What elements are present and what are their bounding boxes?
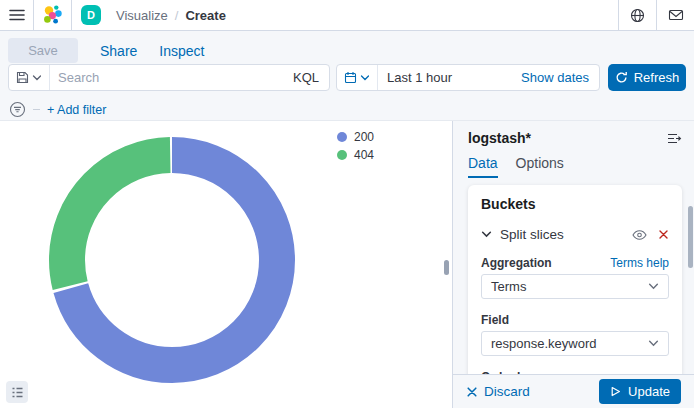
chevron-down-icon	[32, 73, 42, 83]
breadcrumb: Visualize / Create	[110, 0, 226, 30]
terms-help-link[interactable]: Terms help	[610, 256, 669, 270]
close-icon	[466, 386, 478, 398]
panel-scroll-region: logstash* Data Options Buckets S	[453, 121, 694, 374]
refresh-icon	[615, 71, 628, 84]
split-slices-actions	[632, 229, 669, 241]
top-nav: D Visualize / Create	[0, 0, 694, 31]
legend-item-200[interactable]: 200	[337, 130, 374, 144]
split-slices-row[interactable]: Split slices	[481, 227, 669, 242]
aggregation-value: Terms	[491, 279, 526, 294]
field-label-row: Field	[481, 313, 669, 327]
space-badge[interactable]: D	[81, 5, 101, 25]
chevron-down-icon[interactable]	[481, 229, 492, 240]
chevron-down-icon	[648, 281, 659, 292]
field-label: Field	[481, 313, 509, 327]
elastic-logo[interactable]	[34, 0, 71, 30]
chevron-down-icon	[648, 338, 659, 349]
field-select[interactable]: response.keyword	[481, 331, 669, 356]
chart-area: 200404	[0, 121, 452, 408]
panel-resize-handle[interactable]	[444, 260, 449, 275]
share-button[interactable]: Share	[100, 43, 137, 59]
inspect-button[interactable]: Inspect	[159, 43, 204, 59]
index-pattern-title: logstash*	[468, 130, 531, 146]
update-button[interactable]: Update	[599, 379, 681, 404]
date-picker: Last 1 hour Show dates	[336, 64, 600, 91]
aggregation-label-row: Aggregation Terms help	[481, 256, 669, 270]
space-selector[interactable]: D	[72, 0, 110, 30]
donut-chart[interactable]	[49, 137, 295, 383]
editor-footer: Discard Update	[453, 374, 694, 408]
aggregation-label: Aggregation	[481, 256, 552, 270]
collapse-panel-button[interactable]	[667, 132, 682, 145]
breadcrumb-create: Create	[185, 8, 225, 23]
legend-label: 404	[354, 148, 374, 162]
update-label: Update	[628, 384, 670, 399]
breadcrumb-visualize[interactable]: Visualize	[116, 8, 168, 23]
chart-legend: 200404	[337, 130, 374, 162]
quick-select-date-button[interactable]	[337, 65, 378, 90]
aggregation-select[interactable]: Terms	[481, 274, 669, 299]
discard-button[interactable]: Discard	[466, 384, 530, 399]
filter-circle-icon	[9, 101, 26, 118]
chevron-down-icon	[360, 73, 370, 83]
panel-header: logstash*	[468, 130, 682, 146]
remove-bucket-button[interactable]	[658, 229, 669, 240]
menu-icon[interactable]	[0, 0, 33, 30]
query-row: KQL Last 1 hour Show dates Refresh	[8, 64, 686, 91]
buckets-title: Buckets	[481, 196, 669, 212]
play-icon	[610, 386, 621, 397]
help-globe-button[interactable]	[619, 0, 656, 30]
save-button[interactable]: Save	[8, 38, 78, 63]
query-bar: KQL	[8, 64, 330, 91]
split-slices-label: Split slices	[500, 227, 564, 242]
visualize-toolbar: Save Share Inspect	[8, 38, 205, 63]
legend-label: 200	[354, 130, 374, 144]
add-filter-button[interactable]: + Add filter	[47, 103, 106, 117]
saved-query-menu-button[interactable]	[9, 65, 50, 90]
kibana-visualize-app: D Visualize / Create Save Share Inspect	[0, 0, 694, 408]
main-content: 200404 logstash* Data Options B	[0, 120, 694, 408]
newsfeed-button[interactable]	[657, 0, 694, 30]
tab-data[interactable]: Data	[468, 155, 498, 178]
sub-header: Save Share Inspect KQL Last 1 hour Show …	[0, 31, 694, 120]
legend-toggle-button[interactable]	[6, 381, 28, 403]
menu-right-icon	[667, 132, 682, 145]
mail-icon	[668, 8, 684, 22]
panel-scrollbar-thumb[interactable]	[688, 206, 693, 268]
visualization-editor-panel: logstash* Data Options Buckets S	[452, 121, 694, 408]
editor-tabs: Data Options	[468, 155, 682, 178]
refresh-label: Refresh	[634, 70, 680, 85]
breadcrumb-separator: /	[175, 8, 179, 23]
legend-color-dot	[337, 150, 347, 160]
globe-icon	[630, 8, 645, 23]
save-query-icon	[16, 71, 29, 84]
legend-item-404[interactable]: 404	[337, 148, 374, 162]
query-language-button[interactable]: KQL	[283, 70, 329, 85]
calendar-icon	[344, 71, 357, 84]
toggle-visibility-button[interactable]	[632, 229, 647, 241]
time-range-value[interactable]: Last 1 hour	[378, 70, 511, 85]
field-value: response.keyword	[491, 336, 597, 351]
close-icon	[658, 229, 669, 240]
buckets-card: Buckets Split slices	[468, 185, 682, 374]
legend-color-dot	[337, 132, 347, 142]
elastic-logo-icon	[42, 4, 64, 26]
tab-options[interactable]: Options	[516, 155, 564, 178]
hamburger-icon	[9, 7, 25, 23]
search-input[interactable]	[50, 70, 283, 85]
filter-settings-button[interactable]	[9, 101, 26, 118]
refresh-button[interactable]: Refresh	[608, 64, 686, 91]
nav-right	[618, 0, 694, 30]
list-icon	[11, 386, 24, 399]
show-dates-button[interactable]: Show dates	[511, 70, 599, 85]
filter-divider	[33, 109, 40, 110]
discard-label: Discard	[484, 384, 530, 399]
filter-bar: + Add filter	[9, 101, 106, 118]
eye-icon	[632, 229, 647, 241]
